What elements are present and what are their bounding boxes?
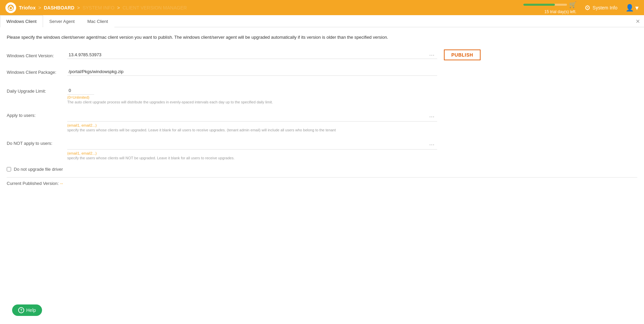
not-apply-label: Do NOT apply to users: — [7, 139, 67, 146]
version-input[interactable] — [67, 51, 437, 59]
sep3: > — [117, 5, 120, 10]
daily-limit-label: Daily Upgrade Limit: — [7, 87, 67, 94]
tab-mac-client[interactable]: Mac Client — [81, 15, 114, 27]
tab-windows-client[interactable]: Windows Client — [0, 15, 43, 27]
help-label: Help — [26, 307, 36, 313]
version-input-wrap: ⋯ — [67, 51, 437, 59]
package-input-wrap — [67, 68, 437, 76]
not-apply-note: specify the users whose clients will NOT… — [67, 156, 437, 160]
apply-users-input[interactable] — [67, 111, 437, 122]
apply-users-field: ⋯ (email1, email2...) specify the users … — [67, 111, 437, 132]
cart-icon[interactable]: 🛒 — [569, 1, 576, 8]
published-version-value: -- — [60, 181, 63, 186]
header-right: 🛒 15 trial day(s) left. ⚙ System Info 👤 … — [523, 1, 639, 14]
content-area: Windows Client Server Agent Mac Client ✕… — [0, 15, 644, 324]
tab-server-agent[interactable]: Server Agent — [43, 15, 81, 27]
tabs-bar: Windows Client Server Agent Mac Client ✕ — [0, 15, 644, 27]
trial-bar — [523, 4, 567, 6]
triofox-logo — [5, 2, 16, 13]
system-info-button[interactable]: ⚙ System Info — [584, 4, 617, 12]
package-label: Windows Client Package: — [7, 68, 67, 75]
checkbox-label: Do not upgrade file driver — [14, 167, 63, 172]
publish-button[interactable]: PUBLISH — [444, 50, 481, 60]
published-version-label: Current Published Version: — [7, 181, 59, 186]
close-icon[interactable]: ✕ — [636, 18, 640, 24]
apply-users-label: Apply to users: — [7, 111, 67, 118]
sep1: > — [38, 5, 41, 10]
user-icon: 👤 — [626, 4, 634, 12]
daily-limit-row: Daily Upgrade Limit: (0=Unlimited) The a… — [7, 87, 637, 104]
trial-bar-fill — [523, 4, 555, 6]
trial-info: 🛒 15 trial day(s) left. — [523, 1, 576, 14]
user-chevron-icon: ▾ — [635, 4, 639, 12]
help-button[interactable]: ? Help — [12, 304, 42, 316]
svg-point-1 — [10, 7, 12, 9]
daily-limit-field: (0=Unlimited) The auto client upgrade pr… — [67, 87, 437, 104]
apply-users-row: Apply to users: ⋯ (email1, email2...) sp… — [7, 111, 637, 132]
package-input[interactable] — [67, 68, 437, 76]
apply-users-dots-icon[interactable]: ⋯ — [429, 114, 434, 120]
daily-limit-input-wrap — [67, 87, 437, 95]
trial-text: 15 trial day(s) left. — [544, 9, 576, 14]
user-menu-button[interactable]: 👤 ▾ — [626, 4, 639, 12]
not-apply-field: ⋯ (email1, email2...) specify the users … — [67, 139, 437, 160]
version-dots-icon[interactable]: ⋯ — [429, 52, 434, 58]
breadcrumb-system-info: SYSTEM INFO — [82, 5, 114, 10]
no-upgrade-driver-checkbox[interactable] — [7, 167, 11, 171]
trial-bar-wrap: 🛒 — [523, 1, 576, 8]
apply-users-placeholder: (email1, email2...) — [67, 123, 437, 127]
package-row: Windows Client Package: — [7, 68, 637, 80]
published-version-row: Current Published Version: -- — [7, 181, 637, 186]
info-text: Please specify the windows client/server… — [7, 34, 637, 41]
version-field: ⋯ — [67, 51, 437, 59]
version-label: Windows Client Version: — [7, 51, 67, 58]
breadcrumb-client-version: CLIENT VERSION MANAGER — [122, 5, 187, 10]
not-apply-row: Do NOT apply to users: ⋯ (email1, email2… — [7, 139, 637, 160]
not-apply-placeholder: (email1, email2...) — [67, 151, 437, 155]
daily-limit-note: The auto client upgrade process will dis… — [67, 100, 437, 104]
gear-icon: ⚙ — [584, 4, 591, 12]
checkbox-row: Do not upgrade file driver — [7, 167, 637, 172]
divider — [7, 177, 637, 177]
brand-name: Triofox — [19, 5, 36, 10]
sep2: > — [77, 5, 80, 10]
package-field — [67, 68, 437, 76]
not-apply-input-wrap: ⋯ — [67, 139, 437, 151]
not-apply-dots-icon[interactable]: ⋯ — [429, 141, 434, 148]
not-apply-input[interactable] — [67, 139, 437, 150]
daily-limit-hint: (0=Unlimited) — [67, 95, 437, 99]
header-left: Triofox > DASHBOARD > SYSTEM INFO > CLIE… — [5, 2, 187, 13]
daily-limit-input[interactable] — [67, 87, 94, 95]
version-row: Windows Client Version: ⋯ PUBLISH — [7, 49, 637, 61]
header: Triofox > DASHBOARD > SYSTEM INFO > CLIE… — [0, 0, 644, 15]
apply-users-note: specify the users whose clients will be … — [67, 128, 437, 132]
help-icon: ? — [18, 307, 24, 313]
system-info-label: System Info — [593, 5, 617, 10]
apply-users-input-wrap: ⋯ — [67, 111, 437, 123]
main-content: Please specify the windows client/server… — [0, 27, 644, 324]
breadcrumb-dashboard[interactable]: DASHBOARD — [44, 5, 74, 10]
